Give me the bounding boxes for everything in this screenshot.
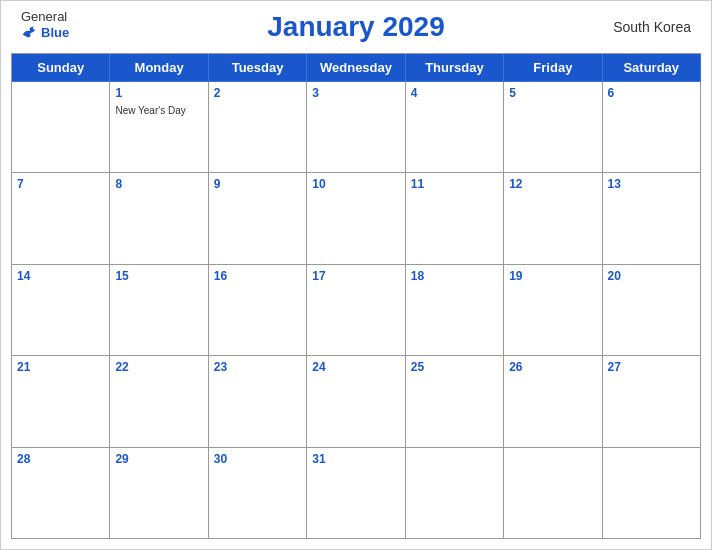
day-cell: 28 [12,448,110,539]
day-number: 23 [214,360,301,374]
week-row-1: 1New Year's Day23456 [12,82,701,173]
day-number: 7 [17,177,104,191]
day-cell [12,82,110,173]
day-number: 28 [17,452,104,466]
day-cell: 14 [12,265,110,356]
day-cell: 31 [307,448,405,539]
day-number: 8 [115,177,202,191]
day-cell: 6 [603,82,701,173]
week-row-3: 14151617181920 [12,265,701,356]
day-cell: 18 [406,265,504,356]
day-cell: 21 [12,356,110,447]
day-cell: 25 [406,356,504,447]
day-number: 16 [214,269,301,283]
day-number: 19 [509,269,596,283]
day-cell: 29 [110,448,208,539]
weeks-container: 1New Year's Day2345678910111213141516171… [12,82,701,539]
day-cell: 15 [110,265,208,356]
day-cell: 27 [603,356,701,447]
day-number: 24 [312,360,399,374]
day-cell: 1New Year's Day [110,82,208,173]
day-cell: 30 [209,448,307,539]
day-header-sunday: Sunday [12,54,110,82]
day-number: 3 [312,86,399,100]
day-cell: 23 [209,356,307,447]
calendar-country: South Korea [613,19,691,35]
day-number: 15 [115,269,202,283]
day-cell: 10 [307,173,405,264]
day-number: 26 [509,360,596,374]
holiday-label: New Year's Day [115,105,185,116]
day-number: 6 [608,86,695,100]
calendar-title: January 2029 [267,11,444,43]
day-number: 25 [411,360,498,374]
day-cell: 5 [504,82,602,173]
day-cell: 13 [603,173,701,264]
day-cell: 16 [209,265,307,356]
day-number: 13 [608,177,695,191]
day-cell: 4 [406,82,504,173]
day-number: 9 [214,177,301,191]
day-cell [504,448,602,539]
day-header-monday: Monday [110,54,208,82]
day-number: 21 [17,360,104,374]
day-header-friday: Friday [504,54,602,82]
day-header-tuesday: Tuesday [209,54,307,82]
day-number: 14 [17,269,104,283]
logo-general-text: General [21,9,67,25]
day-cell: 19 [504,265,602,356]
week-row-2: 78910111213 [12,173,701,264]
day-number: 18 [411,269,498,283]
day-header-wednesday: Wednesday [307,54,405,82]
day-number: 12 [509,177,596,191]
logo-blue-text: Blue [21,25,69,41]
day-number: 30 [214,452,301,466]
day-cell: 17 [307,265,405,356]
day-number: 29 [115,452,202,466]
day-cell: 8 [110,173,208,264]
day-number: 10 [312,177,399,191]
day-number: 11 [411,177,498,191]
calendar-header: General Blue January 2029 South Korea [1,1,711,53]
logo: General Blue [21,9,69,40]
day-cell [603,448,701,539]
day-cell: 9 [209,173,307,264]
day-cell: 7 [12,173,110,264]
day-headers-row: SundayMondayTuesdayWednesdayThursdayFrid… [12,54,701,82]
calendar-container: General Blue January 2029 South Korea Su… [0,0,712,550]
day-header-saturday: Saturday [603,54,701,82]
day-cell: 26 [504,356,602,447]
day-number: 31 [312,452,399,466]
logo-bird-icon [21,25,39,39]
day-cell: 3 [307,82,405,173]
day-cell: 22 [110,356,208,447]
day-cell: 20 [603,265,701,356]
day-number: 4 [411,86,498,100]
day-cell: 24 [307,356,405,447]
day-cell [406,448,504,539]
day-number: 2 [214,86,301,100]
day-number: 20 [608,269,695,283]
day-number: 1 [115,86,202,100]
day-number: 5 [509,86,596,100]
day-number: 17 [312,269,399,283]
day-cell: 11 [406,173,504,264]
day-number: 22 [115,360,202,374]
day-cell: 12 [504,173,602,264]
day-number: 27 [608,360,695,374]
day-header-thursday: Thursday [406,54,504,82]
day-cell: 2 [209,82,307,173]
week-row-4: 21222324252627 [12,356,701,447]
week-row-5: 28293031 [12,448,701,539]
calendar-table: SundayMondayTuesdayWednesdayThursdayFrid… [11,53,701,539]
